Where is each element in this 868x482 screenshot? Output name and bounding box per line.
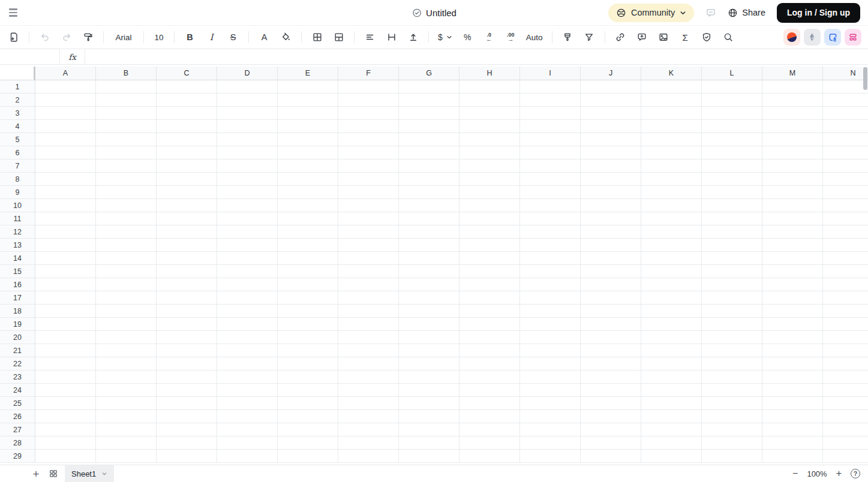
cell-I20[interactable] (520, 331, 581, 344)
cell-N16[interactable] (823, 278, 868, 291)
cell-B11[interactable] (96, 212, 157, 225)
cell-N29[interactable] (823, 450, 868, 463)
cell-G4[interactable] (399, 120, 459, 133)
file-export-button[interactable] (5, 29, 22, 45)
cell-K15[interactable] (641, 265, 702, 278)
cell-I15[interactable] (520, 265, 581, 278)
cell-E24[interactable] (278, 384, 338, 397)
cell-B20[interactable] (96, 331, 157, 344)
row-header-11[interactable]: 11 (0, 212, 35, 225)
cell-H21[interactable] (459, 344, 520, 357)
cell-K20[interactable] (641, 331, 702, 344)
cell-L5[interactable] (702, 133, 762, 146)
column-header-N[interactable]: N (823, 67, 868, 80)
cell-E4[interactable] (278, 120, 338, 133)
cell-K29[interactable] (641, 450, 702, 463)
cell-M20[interactable] (762, 331, 823, 344)
cell-G1[interactable] (399, 80, 459, 94)
cell-J25[interactable] (581, 397, 641, 410)
add-comment-button[interactable] (634, 29, 650, 45)
format-painter-button[interactable] (80, 29, 96, 45)
cell-G12[interactable] (399, 225, 459, 239)
formula-input[interactable] (85, 49, 868, 64)
cell-M18[interactable] (762, 305, 823, 318)
cell-F17[interactable] (338, 291, 399, 305)
cell-E22[interactable] (278, 357, 338, 370)
cell-L23[interactable] (702, 370, 762, 384)
cell-G14[interactable] (399, 252, 459, 265)
strikethrough-button[interactable]: S (225, 29, 241, 45)
cell-I10[interactable] (520, 199, 581, 212)
cell-C9[interactable] (157, 186, 217, 199)
cell-M1[interactable] (762, 80, 823, 94)
cell-I3[interactable] (520, 107, 581, 120)
cell-N6[interactable] (823, 146, 868, 159)
cell-G24[interactable] (399, 384, 459, 397)
cell-N2[interactable] (823, 94, 868, 107)
cell-E13[interactable] (278, 239, 338, 252)
share-button[interactable]: Share (728, 8, 765, 18)
cell-H7[interactable] (459, 159, 520, 173)
cell-C6[interactable] (157, 146, 217, 159)
cell-B6[interactable] (96, 146, 157, 159)
cell-M21[interactable] (762, 344, 823, 357)
cell-N21[interactable] (823, 344, 868, 357)
cell-C8[interactable] (157, 173, 217, 186)
cell-G15[interactable] (399, 265, 459, 278)
column-header-E[interactable]: E (278, 67, 338, 80)
cell-J2[interactable] (581, 94, 641, 107)
cell-C19[interactable] (157, 318, 217, 331)
decrease-decimal-button[interactable]: .0 ← (481, 29, 497, 45)
filter-button[interactable] (581, 29, 597, 45)
text-color-button[interactable]: A (256, 29, 272, 45)
cell-I25[interactable] (520, 397, 581, 410)
cell-E25[interactable] (278, 397, 338, 410)
cell-J29[interactable] (581, 450, 641, 463)
cell-L13[interactable] (702, 239, 762, 252)
plugin-ethereum-button[interactable] (804, 29, 821, 46)
cell-I7[interactable] (520, 159, 581, 173)
cell-C13[interactable] (157, 239, 217, 252)
cell-B7[interactable] (96, 159, 157, 173)
cell-C27[interactable] (157, 423, 217, 436)
cell-L1[interactable] (702, 80, 762, 94)
sum-function-button[interactable]: Σ (677, 29, 693, 45)
cell-D26[interactable] (217, 410, 278, 423)
row-header-2[interactable]: 2 (0, 94, 35, 107)
cell-J9[interactable] (581, 186, 641, 199)
horizontal-align-button[interactable] (362, 29, 378, 45)
cell-J18[interactable] (581, 305, 641, 318)
cell-E28[interactable] (278, 436, 338, 450)
cell-A27[interactable] (35, 423, 96, 436)
cell-E9[interactable] (278, 186, 338, 199)
cell-D16[interactable] (217, 278, 278, 291)
borders-button[interactable] (309, 29, 325, 45)
cell-A17[interactable] (35, 291, 96, 305)
cell-J6[interactable] (581, 146, 641, 159)
cell-D24[interactable] (217, 384, 278, 397)
cell-M10[interactable] (762, 199, 823, 212)
cell-F21[interactable] (338, 344, 399, 357)
cell-D7[interactable] (217, 159, 278, 173)
cell-K7[interactable] (641, 159, 702, 173)
cell-N22[interactable] (823, 357, 868, 370)
cell-N28[interactable] (823, 436, 868, 450)
plugin-sunset-button[interactable] (783, 29, 800, 46)
cell-A4[interactable] (35, 120, 96, 133)
cell-L24[interactable] (702, 384, 762, 397)
cell-G6[interactable] (399, 146, 459, 159)
cell-B1[interactable] (96, 80, 157, 94)
cell-D6[interactable] (217, 146, 278, 159)
column-header-J[interactable]: J (581, 67, 641, 80)
cell-D11[interactable] (217, 212, 278, 225)
cell-E29[interactable] (278, 450, 338, 463)
cell-M16[interactable] (762, 278, 823, 291)
cell-G5[interactable] (399, 133, 459, 146)
cell-I28[interactable] (520, 436, 581, 450)
cell-H1[interactable] (459, 80, 520, 94)
cell-F10[interactable] (338, 199, 399, 212)
cell-C5[interactable] (157, 133, 217, 146)
cell-A5[interactable] (35, 133, 96, 146)
cell-E20[interactable] (278, 331, 338, 344)
cell-K12[interactable] (641, 225, 702, 239)
